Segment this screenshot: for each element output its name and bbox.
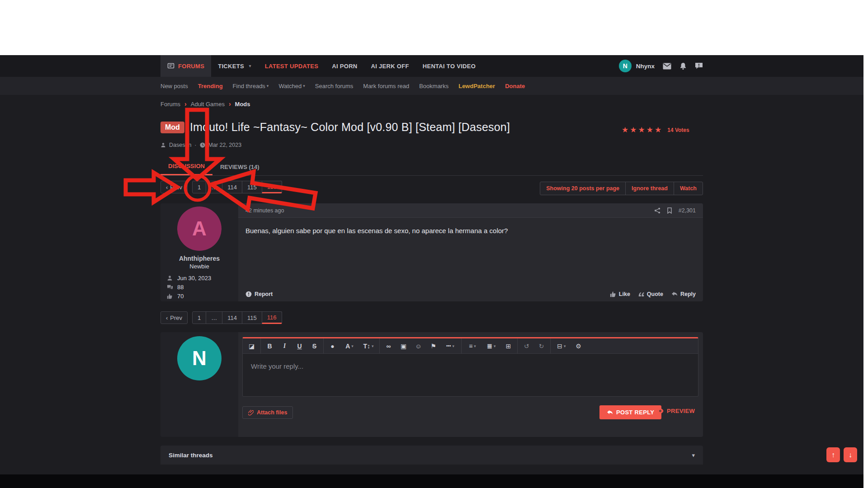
post-header: 42 minutes ago (238, 203, 703, 218)
posts-per-page-button[interactable]: Showing 20 posts per page (540, 182, 625, 195)
subnav-trending[interactable]: Trending (198, 83, 223, 89)
pagination-top: ‹ Prev 1 … 114 115 116 (160, 181, 282, 193)
pagination-page-115[interactable]: 115 (242, 311, 262, 324)
font-size-button[interactable]: T↕▾ (359, 338, 378, 353)
pagination-page-116-current[interactable]: 116 (262, 311, 282, 324)
insert-link-button[interactable]: ∞ (381, 338, 396, 353)
like-button[interactable]: Like (610, 291, 630, 297)
flag-button[interactable]: ⚑ (426, 338, 441, 353)
feedback-chat-icon[interactable] (695, 62, 703, 70)
attach-files-button[interactable]: Attach files (242, 406, 293, 419)
align-button[interactable]: ≡▾ (463, 338, 482, 353)
save-draft-icon: ⊟ (557, 343, 562, 350)
insert-image-button[interactable]: ▣ (396, 338, 411, 353)
post-number[interactable]: #2,301 (679, 207, 696, 214)
nav-hentai-to-video[interactable]: HENTAI TO VIDEO (416, 55, 482, 77)
scroll-to-bottom-button[interactable]: ↓ (844, 447, 857, 462)
editor-settings-button[interactable]: ⚙ (571, 338, 586, 353)
subnav-search-forums[interactable]: Search forums (315, 83, 354, 89)
like-count: 70 (177, 293, 184, 300)
font-size-icon: T↕ (363, 343, 370, 350)
reply-arrow-icon (607, 410, 613, 415)
alerts-bell-icon[interactable] (679, 62, 687, 70)
pagination-ellipsis[interactable]: … (206, 181, 222, 193)
share-icon[interactable] (654, 207, 660, 214)
nav-ai-jerk-off[interactable]: AI JERK OFF (364, 55, 416, 77)
thread-prefix-badge[interactable]: Mod (160, 122, 184, 133)
italic-button[interactable]: I (277, 338, 292, 353)
insert-table-button[interactable]: ⊞ (501, 338, 516, 353)
pagination-page-116-current[interactable]: 116 (262, 181, 282, 193)
subnav-donate[interactable]: Donate (505, 83, 525, 89)
subnav-bookmarks[interactable]: Bookmarks (419, 83, 448, 89)
subnav-find-threads[interactable]: Find threads ▾ (233, 83, 269, 89)
meta-dot: · (194, 142, 196, 148)
forum-icon (167, 62, 175, 70)
similar-threads-panel[interactable]: Similar threads ▾ (160, 446, 703, 465)
pagination-page-1[interactable]: 1 (192, 181, 206, 193)
subnav-lewdpatcher[interactable]: LewdPatcher (458, 83, 495, 89)
tab-reviews[interactable]: REVIEWS (14) (212, 158, 267, 175)
user-name[interactable]: Nhynx (636, 63, 655, 70)
browser-viewport: FORUMS TICKETS ▾ LATEST UPDATES AI PORN … (0, 55, 863, 488)
nav-latest-updates[interactable]: LATEST UPDATES (258, 55, 326, 77)
pagination-page-114[interactable]: 114 (222, 181, 242, 193)
nav-latest-updates-label: LATEST UPDATES (265, 63, 319, 70)
subnav-new-posts[interactable]: New posts (160, 83, 188, 89)
preview-button[interactable]: PREVIEW (657, 408, 695, 414)
eye-icon (657, 408, 664, 413)
pagination-prev-button[interactable]: ‹ Prev (160, 311, 188, 324)
pagination-page-1[interactable]: 1 (192, 311, 206, 324)
list-button[interactable]: ≣▾ (482, 338, 501, 353)
breadcrumb: Forums › Adult Games › Mods (160, 100, 250, 108)
thread-date[interactable]: Mar 22, 2023 (208, 142, 242, 148)
report-button[interactable]: Report (245, 291, 273, 297)
nav-ai-porn[interactable]: AI PORN (325, 55, 364, 77)
post-reply-button[interactable]: POST REPLY (599, 405, 661, 419)
smiley-button[interactable]: ☺ (411, 338, 426, 353)
ignore-thread-button[interactable]: Ignore thread (625, 182, 674, 195)
caret-down-icon: ▾ (267, 84, 269, 88)
text-color-button[interactable]: ● (325, 338, 340, 353)
pagination-prev-button[interactable]: ‹ Prev (160, 181, 188, 193)
thread-author[interactable]: Daseson (169, 142, 191, 148)
nav-forums[interactable]: FORUMS (160, 55, 211, 77)
reply-user-avatar[interactable]: N (177, 336, 222, 380)
chevron-right-icon: › (229, 100, 231, 108)
redo-button[interactable]: ↻ (534, 338, 549, 353)
reply-button[interactable]: Reply (671, 291, 696, 297)
pagination-page-115[interactable]: 115 (242, 181, 262, 193)
drafts-button[interactable]: ⊟▾ (552, 338, 571, 353)
breadcrumb-mods[interactable]: Mods (235, 101, 250, 108)
pagination-ellipsis[interactable]: … (206, 311, 222, 324)
italic-icon: I (283, 343, 286, 350)
watch-button[interactable]: Watch (674, 182, 703, 195)
tab-discussion[interactable]: DISCUSSION (160, 158, 212, 175)
undo-button[interactable]: ↺ (519, 338, 534, 353)
poster-avatar[interactable]: A (177, 206, 222, 251)
more-options-button[interactable]: •••▾ (441, 338, 460, 353)
more-options-icon: ••• (446, 343, 451, 348)
inbox-mail-icon[interactable] (663, 63, 671, 70)
user-avatar[interactable]: N (619, 60, 632, 72)
reply-input[interactable]: Write your reply... (243, 354, 698, 379)
font-family-button[interactable]: A▾ (340, 338, 359, 353)
report-label: Report (255, 291, 273, 297)
bold-button[interactable]: B (262, 338, 277, 353)
underline-button[interactable]: U (292, 338, 307, 353)
post-timestamp[interactable]: 42 minutes ago (245, 207, 284, 214)
breadcrumb-adult-games[interactable]: Adult Games (191, 101, 225, 108)
subnav-watched[interactable]: Watched ▾ (278, 83, 305, 89)
subnav-mark-forums-read[interactable]: Mark forums read (363, 83, 409, 89)
nav-tickets[interactable]: TICKETS ▾ (211, 55, 258, 77)
breadcrumb-forums[interactable]: Forums (160, 101, 180, 108)
poster-name[interactable]: Ahnthipheres (160, 255, 238, 262)
remove-format-button[interactable]: ◪ (244, 338, 259, 353)
scroll-to-top-button[interactable]: ↑ (826, 447, 840, 462)
quote-button[interactable]: Quote (638, 291, 663, 297)
chevron-down-icon[interactable]: ▾ (692, 452, 695, 459)
pagination-page-114[interactable]: 114 (222, 311, 242, 324)
strikethrough-button[interactable]: S (307, 338, 322, 353)
bookmark-icon[interactable] (667, 207, 672, 214)
post-author-column: A Ahnthipheres Newbie Jun 30, 2023 (160, 203, 238, 301)
